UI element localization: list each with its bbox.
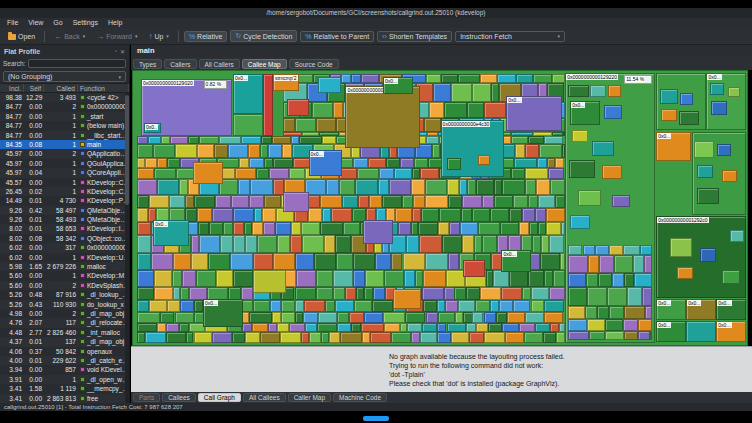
- treemap-cell[interactable]: [507, 312, 525, 323]
- treemap-cell[interactable]: [153, 144, 174, 158]
- treemap-cell[interactable]: [194, 332, 212, 343]
- treemap-cell[interactable]: [528, 195, 538, 208]
- back-button[interactable]: ← Back ▾: [50, 32, 89, 41]
- table-row[interactable]: 6.020.003170x000000000…: [0, 243, 129, 252]
- table-row[interactable]: 84.350.081main: [0, 140, 129, 149]
- treemap-cell[interactable]: [157, 323, 166, 332]
- treemap-cell[interactable]: [291, 136, 300, 145]
- tab-callers[interactable]: Callers: [164, 59, 196, 69]
- forward-button[interactable]: → Forward ▾: [92, 32, 141, 41]
- treemap-cell[interactable]: [644, 255, 652, 273]
- treemap-cell[interactable]: [572, 130, 588, 142]
- treemap-cell[interactable]: [472, 208, 490, 222]
- treemap-cell[interactable]: [384, 270, 404, 287]
- treemap-cell[interactable]: [597, 306, 610, 319]
- treemap-cell[interactable]: [413, 195, 425, 208]
- treemap-cell[interactable]: [333, 270, 352, 287]
- treemap-cell[interactable]: [353, 158, 368, 168]
- treemap-cell[interactable]: [531, 300, 544, 312]
- treemap-cell[interactable]: [640, 245, 653, 255]
- treemap-cell[interactable]: [478, 222, 500, 236]
- table-row[interactable]: 45.570.001KDevelop::C…: [0, 178, 129, 187]
- treemap-cell[interactable]: [316, 118, 336, 132]
- table-row[interactable]: 3.411.581 119__memcpy_…: [0, 384, 129, 393]
- treemap-cell[interactable]: [547, 158, 555, 168]
- treemap-cell[interactable]: [199, 235, 220, 252]
- treemap-cell[interactable]: [599, 255, 615, 273]
- treemap-cell[interactable]: [411, 332, 419, 343]
- treemap-cell[interactable]: [451, 332, 469, 343]
- treemap-cell[interactable]: [438, 312, 456, 323]
- treemap-cell[interactable]: [544, 136, 564, 145]
- treemap-cell[interactable]: [623, 245, 640, 255]
- treemap-cell[interactable]: [548, 168, 564, 179]
- treemap-cell[interactable]: [170, 136, 188, 145]
- treemap-cell[interactable]: [154, 287, 173, 300]
- treemap-cell[interactable]: [711, 101, 727, 115]
- treemap-cell[interactable]: [375, 253, 390, 271]
- treemap-cell[interactable]: [624, 273, 633, 287]
- treemap-cell[interactable]: [462, 195, 482, 208]
- tab-all-callees[interactable]: All Callees: [243, 393, 286, 402]
- treemap-cell[interactable]: [161, 136, 170, 145]
- treemap-cell[interactable]: [182, 270, 196, 287]
- treemap-cell[interactable]: [598, 273, 612, 287]
- treemap-cell[interactable]: [661, 109, 677, 121]
- treemap-cell[interactable]: 0x0...: [233, 74, 263, 114]
- treemap-cell[interactable]: 11.54 %: [624, 75, 652, 84]
- treemap-cell[interactable]: [185, 195, 194, 208]
- treemap-cell[interactable]: 0x0..: [144, 123, 161, 134]
- treemap-cell[interactable]: 0.82 %: [204, 80, 227, 89]
- treemap-cell[interactable]: [420, 168, 439, 179]
- treemap-cell[interactable]: [194, 300, 203, 312]
- treemap-cell[interactable]: [212, 208, 232, 222]
- treemap-cell[interactable]: [607, 287, 627, 306]
- treemap-cell[interactable]: 0x0...: [506, 96, 562, 131]
- treemap-cell[interactable]: [528, 270, 545, 287]
- treemap-cell[interactable]: [302, 235, 324, 252]
- treemap-cell[interactable]: [340, 332, 362, 343]
- tab-callee-map[interactable]: Callee Map: [242, 59, 287, 69]
- treemap-cell[interactable]: [148, 136, 161, 145]
- table-row[interactable]: 84.770.0020x000000000…: [0, 102, 129, 111]
- col-called[interactable]: Called: [44, 84, 78, 92]
- treemap-cell[interactable]: [528, 136, 544, 145]
- treemap-cell[interactable]: [424, 118, 442, 132]
- treemap-cell[interactable]: [425, 253, 448, 271]
- treemap-cell[interactable]: [295, 118, 316, 132]
- treemap-cell[interactable]: [398, 222, 410, 236]
- treemap-cell[interactable]: [722, 170, 737, 182]
- treemap-cell[interactable]: [295, 253, 315, 271]
- treemap-cell[interactable]: [459, 179, 467, 195]
- treemap-cell[interactable]: [645, 306, 653, 319]
- treemap-cell[interactable]: [535, 323, 550, 332]
- treemap-cell[interactable]: [467, 102, 484, 119]
- treemap-cell[interactable]: [722, 270, 740, 284]
- treemap-cell[interactable]: [537, 158, 547, 168]
- treemap-cell[interactable]: [502, 179, 525, 195]
- treemap-cell[interactable]: [287, 99, 309, 117]
- col-function[interactable]: Function: [78, 84, 129, 92]
- treemap-cell[interactable]: [249, 195, 264, 208]
- callee-treemap[interactable]: 0x00000000001290200x0...0x00000000001292…: [132, 70, 748, 346]
- treemap-cell[interactable]: [208, 253, 230, 271]
- treemap-cell[interactable]: [358, 195, 370, 208]
- treemap-cell[interactable]: [513, 300, 531, 312]
- treemap-cell[interactable]: [561, 222, 565, 236]
- treemap-cell[interactable]: [137, 235, 151, 252]
- table-row[interactable]: 3.910.001_dl_open_w…: [0, 375, 129, 384]
- treemap-cell[interactable]: 0x0...: [570, 101, 600, 125]
- treemap-cell[interactable]: [568, 273, 585, 287]
- treemap-cell[interactable]: [320, 222, 343, 236]
- treemap-cell[interactable]: [484, 332, 505, 343]
- treemap-cell[interactable]: [403, 253, 426, 271]
- treemap-cell[interactable]: [295, 287, 317, 300]
- treemap-cell[interactable]: [552, 74, 566, 83]
- treemap-cell[interactable]: 0x0...: [203, 299, 243, 327]
- treemap-cell[interactable]: [273, 253, 294, 271]
- treemap-cell[interactable]: [469, 332, 484, 343]
- treemap-cell[interactable]: [379, 168, 394, 179]
- treemap-cell[interactable]: [253, 253, 273, 271]
- cycle-detection-toggle[interactable]: ↻ Cycle Detection: [230, 30, 297, 42]
- treemap-cell[interactable]: [525, 144, 539, 158]
